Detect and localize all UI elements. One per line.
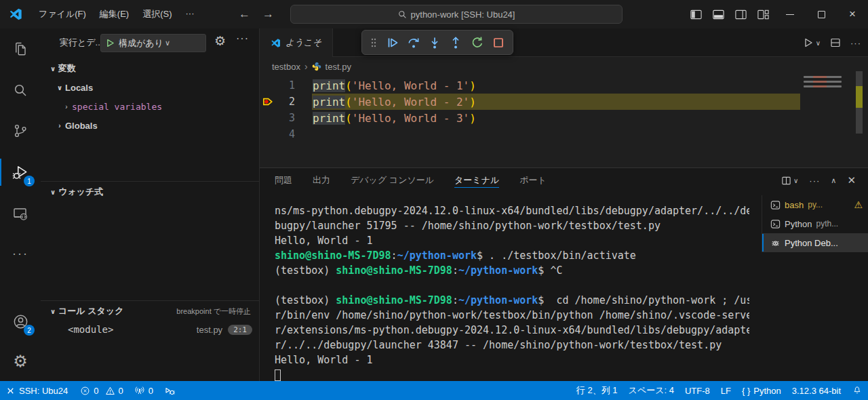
callstack-frame-row[interactable]: <module> test.py 2:1 (68, 320, 259, 339)
chevron-down-icon: ∨ (47, 308, 58, 315)
chevron-down-icon: ∨ (54, 84, 65, 92)
debug-stop-icon[interactable] (492, 36, 505, 49)
breakpoint-current-icon[interactable] (262, 96, 273, 107)
menu-selection[interactable]: 選択(S) (136, 8, 178, 20)
active-view-indicator (0, 159, 1, 186)
search-view-icon[interactable] (4, 74, 37, 106)
panel-tab-ports[interactable]: ポート (519, 168, 547, 193)
editor-more-actions-icon[interactable]: ··· (850, 38, 861, 48)
minimap[interactable] (804, 76, 844, 90)
tab-welcome[interactable]: ようこそ (260, 28, 333, 57)
cursor-position[interactable]: 行 2、列 1 (571, 381, 623, 400)
panel-tab-problems[interactable]: 問題 (275, 168, 292, 193)
nav-forward-icon[interactable]: → (262, 7, 274, 21)
minimize-button[interactable] (774, 0, 806, 28)
chevron-right-icon: › (304, 61, 308, 72)
section-divider (41, 181, 259, 182)
maximize-button[interactable] (806, 0, 837, 28)
debug-step-over-icon[interactable] (407, 36, 420, 49)
language-mode[interactable]: { } Python (736, 381, 787, 400)
run-and-debug-icon[interactable]: 1 (4, 156, 37, 188)
source-control-icon[interactable] (4, 115, 37, 147)
debug-restart-icon[interactable] (471, 36, 484, 49)
menu-file[interactable]: ファイル(F) (32, 8, 93, 20)
editor-scrollbar[interactable] (854, 71, 864, 134)
variables-section-header[interactable]: ∨ 変数 (47, 61, 76, 76)
panel-close-icon[interactable]: ✕ (847, 174, 856, 186)
toggle-sidebar-icon[interactable] (685, 0, 707, 28)
notifications-bell-icon[interactable] (846, 381, 868, 400)
debug-config-dropdown[interactable]: 構成があり ∨ (100, 34, 206, 52)
terminal-item-bash[interactable]: bash py... ⚠ (762, 195, 868, 214)
watch-section-header[interactable]: ∨ ウォッチ式 (47, 184, 103, 199)
start-debug-icon[interactable] (106, 39, 115, 47)
debug-toolbar (361, 30, 513, 55)
terminal-item-python[interactable]: Python pyth... (762, 214, 868, 233)
additional-views-icon[interactable]: ··· (4, 237, 37, 270)
customize-layout-icon[interactable] (752, 0, 774, 28)
command-center-search[interactable]: python-work [SSH: Ubu24] (290, 5, 623, 24)
nav-back-icon[interactable]: ← (239, 7, 250, 21)
close-button[interactable]: × (837, 0, 868, 28)
status-bar: SSH: Ubu24 0 0 0 行 2、列 1 スペース: 4 UTF-8 L… (0, 381, 868, 400)
debug-step-into-icon[interactable] (428, 36, 441, 49)
menu-bar: ファイル(F) 編集(E) 選択(S) ··· (32, 8, 201, 20)
terminal-output[interactable]: ns/ms-python.debugpy-2024.12.0-linux-x64… (275, 205, 749, 384)
ports-status[interactable]: 0 (129, 381, 159, 400)
split-editor-icon[interactable] (830, 37, 841, 48)
breadcrumb: testbox › test.py (260, 57, 868, 76)
remote-explorer-icon[interactable] (4, 197, 37, 230)
encoding[interactable]: UTF-8 (679, 381, 715, 400)
debug-settings-gear-icon[interactable]: ⚙ (214, 35, 226, 47)
debug-config-label: 構成があり (119, 37, 163, 49)
search-icon (398, 10, 407, 19)
line-number: 1 (260, 79, 295, 92)
menu-more[interactable]: ··· (179, 8, 201, 20)
terminal-cursor (275, 369, 281, 381)
panel-more-actions-icon[interactable]: ··· (809, 176, 820, 186)
tree-item-special-variables[interactable]: › special variables (61, 97, 162, 116)
sidebar-title: 実行とデ... (60, 37, 102, 49)
toolbar-drag-handle[interactable] (370, 37, 378, 48)
terminal-item-python-debug[interactable]: Python Deb... (762, 233, 868, 252)
bottom-panel: 問題 出力 デバッグ コンソール ターミナル ポート ∨ ··· ∧ ✕ ns/… (260, 167, 868, 381)
debug-more-actions-icon[interactable]: ··· (236, 33, 249, 45)
line-number: 4 (260, 128, 295, 140)
code-line: 4 (260, 126, 868, 142)
code-editor[interactable]: 1 print('Hello, World - 1') 2 print('Hel… (260, 76, 868, 167)
debug-status-icon[interactable] (159, 381, 181, 400)
python-interpreter[interactable]: 3.12.3 64-bit (787, 381, 846, 400)
panel-tab-terminal[interactable]: ターミナル (454, 168, 499, 193)
error-icon (80, 386, 90, 396)
accounts-icon[interactable]: 2 (4, 305, 37, 338)
code-line-current: 2 print('Hello, World - 2') (260, 94, 868, 110)
panel-maximize-icon[interactable]: ∧ (831, 176, 836, 185)
split-terminal-icon[interactable]: ∨ (781, 176, 798, 186)
eol-selector[interactable]: LF (715, 381, 736, 400)
panel-tab-debug-console[interactable]: デバッグ コンソール (351, 168, 434, 193)
explorer-icon[interactable] (4, 33, 37, 65)
remote-indicator[interactable]: SSH: Ubu24 (0, 381, 75, 400)
activity-bar: 1 ··· 2 ⚙ (0, 28, 41, 381)
tree-item-globals[interactable]: › Globals (54, 116, 98, 135)
indentation[interactable]: スペース: 4 (623, 381, 679, 400)
toggle-panel-icon[interactable] (707, 0, 730, 28)
debug-step-out-icon[interactable] (449, 36, 462, 49)
debug-continue-icon[interactable] (386, 36, 399, 49)
section-divider (41, 300, 259, 301)
callstack-status: breakpoint で一時停止 (176, 304, 251, 319)
breadcrumb-file[interactable]: test.py (326, 62, 351, 72)
run-python-file-icon[interactable]: ∨ (803, 37, 821, 48)
panel-tab-output[interactable]: 出力 (313, 168, 330, 193)
vscode-logo-icon (271, 38, 281, 48)
problems-status[interactable]: 0 0 (75, 381, 128, 400)
breadcrumb-folder[interactable]: testbox (272, 62, 300, 72)
warning-icon (105, 386, 115, 396)
warning-icon: ⚠ (854, 199, 863, 210)
menu-edit[interactable]: 編集(E) (93, 8, 136, 20)
braces-icon: { } (742, 386, 750, 396)
settings-gear-icon[interactable]: ⚙ (4, 345, 37, 378)
callstack-section-header[interactable]: ∨ コール スタック breakpoint で一時停止 (47, 304, 259, 319)
tree-item-locals[interactable]: ∨ Locals (54, 78, 93, 97)
toggle-secondary-sidebar-icon[interactable] (730, 0, 752, 28)
